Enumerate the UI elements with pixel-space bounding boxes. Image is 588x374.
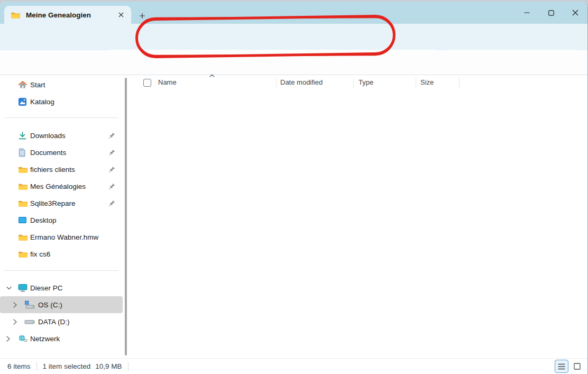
icons-view-toggle[interactable] [570,360,584,373]
large-icons-view-icon [574,363,581,370]
sidebar-item-os-c[interactable]: OS (C:) [0,296,123,313]
pin-icon [109,183,115,189]
network-icon [18,334,27,343]
file-list-empty[interactable] [131,90,587,359]
pin-icon [109,166,115,172]
sidebar-item-netzwerk[interactable]: Netzwerk [0,330,123,347]
folder-icon [18,166,28,174]
sidebar-item-label: OS (C:) [38,301,62,309]
sidebar-item-katalog[interactable]: Katalog [0,93,123,110]
drive-icon [24,319,35,325]
selection-size: 10,9 MB [95,362,122,370]
sidebar-item-label: fichiers clients [30,166,75,174]
desktop-icon [18,216,27,224]
explorer-window: Meine Genealogien [0,0,588,374]
pin-icon [109,132,115,139]
folder-icon [18,250,28,258]
column-type[interactable]: Type [359,78,373,86]
chevron-right-icon[interactable] [6,336,10,342]
list-view-icon [558,363,565,370]
sidebar-item-fichiers-clients[interactable]: fichiers clients [0,161,123,178]
download-icon [18,131,27,140]
folder-icon [18,199,28,207]
home-icon [18,80,27,89]
window-controls [514,2,587,24]
folder-icon [11,11,21,19]
sidebar-item-label: DATA (D:) [38,318,70,326]
sidebar-item-label: Katalog [30,98,54,106]
sidebar-item-label: Downloads [30,132,66,140]
sort-ascending-icon [209,74,215,77]
windows-drive-icon [24,300,35,309]
sidebar-item-label: Netzwerk [30,335,60,343]
status-bar: 6 items 1 item selected 10,9 MB [0,358,587,374]
pin-icon [109,149,115,156]
column-divider[interactable] [276,77,277,88]
document-icon [18,148,26,157]
status-divider [128,362,128,371]
items-count: 6 items [7,362,31,370]
selection-count: 1 item selected [43,362,91,370]
sidebar-divider [4,117,118,118]
column-divider[interactable] [459,77,460,88]
sidebar-item-label: Start [30,81,45,89]
new-tab-icon[interactable] [136,10,149,22]
column-divider[interactable] [416,77,416,88]
chevron-right-icon[interactable] [13,302,17,308]
sidebar-item-dieser-pc[interactable]: Dieser PC [0,279,123,296]
navigation-bar: BSD Concept Heredis Meine Genealogien [0,24,587,50]
sidebar-item-desktop[interactable]: Desktop [0,212,123,229]
pin-icon [109,200,115,206]
tab-meine-genealogien[interactable]: Meine Genealogien [4,6,131,24]
chevron-down-icon[interactable] [6,286,12,290]
chevron-right-icon[interactable] [13,319,17,325]
sidebar-item-start[interactable]: Start [0,76,123,93]
minimize-icon[interactable] [514,2,539,24]
sidebar-item-label: Ermano Wabner.hmw [30,233,98,241]
column-date-modified[interactable]: Date modified [280,78,323,86]
sidebar-scrollbar[interactable] [125,78,127,355]
sidebar-item-mes-genealogies[interactable]: Mes Généalogies [0,178,123,195]
details-view-toggle[interactable] [555,360,568,373]
sidebar-item-label: Desktop [30,216,57,224]
sidebar-item-label: fix cs6 [30,250,50,258]
sidebar-item-ermano-wabner[interactable]: Ermano Wabner.hmw [0,229,123,245]
titlebar: Meine Genealogien [0,2,587,24]
sidebar-item-label: Dieser PC [30,284,63,292]
sidebar-item-documents[interactable]: Documents [0,144,123,161]
file-explorer: Meine Genealogien [0,2,588,374]
folder-icon [18,183,28,190]
tab-title: Meine Genealogien [26,11,115,19]
status-divider [36,362,37,371]
folder-icon [18,233,28,241]
close-icon[interactable] [563,2,587,24]
column-headers: Name Date modified Type Size [131,75,587,90]
select-all-checkbox[interactable] [143,79,151,87]
sidebar-item-label: Sqlite3Repare [30,199,76,207]
navigation-pane: Start Katalog Downloads [0,75,131,359]
sidebar-item-fix-cs6[interactable]: fix cs6 [0,245,123,262]
column-divider[interactable] [353,77,354,88]
sidebar-item-label: Mes Généalogies [30,183,86,190]
gallery-icon [18,97,27,106]
pc-icon [18,284,27,292]
sidebar-item-sqlite3repare[interactable]: Sqlite3Repare [0,195,123,212]
sidebar-item-data-d[interactable]: DATA (D:) [0,313,123,330]
column-name[interactable]: Name [158,78,177,86]
column-size[interactable]: Size [420,78,434,86]
maximize-icon[interactable] [539,2,563,24]
sidebar-divider [4,270,118,271]
sidebar-item-downloads[interactable]: Downloads [0,127,123,144]
sidebar-item-label: Documents [30,149,66,157]
command-bar: New [0,50,587,75]
tab-close-icon[interactable] [115,9,127,21]
